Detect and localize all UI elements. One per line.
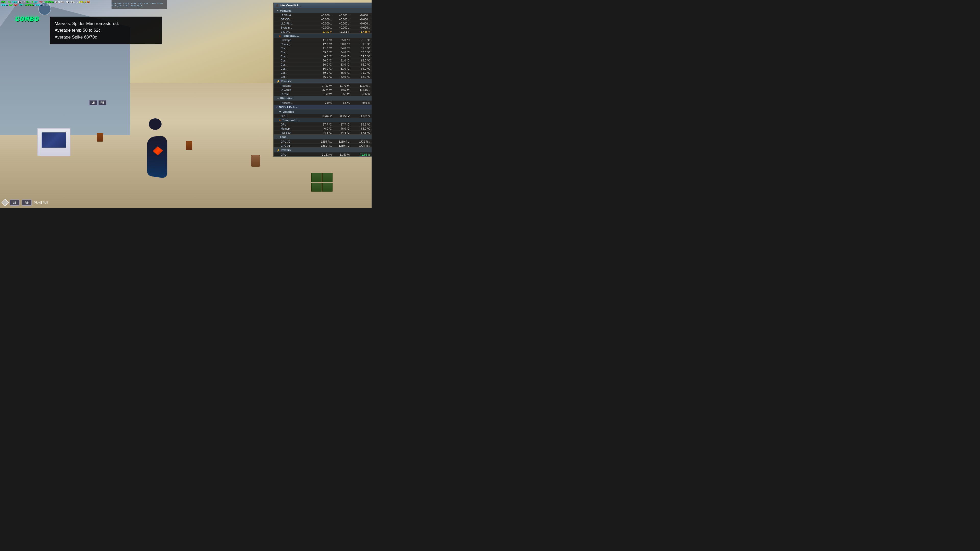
gpu-power-v1: 11.53 %: [314, 153, 332, 156]
flame-icon: 🌡: [279, 35, 281, 37]
spiderman-head: [149, 118, 162, 130]
vid-v3: 1.455 V: [350, 30, 370, 33]
lb-indicator: LB: [89, 100, 97, 105]
util-label: Utilization: [280, 97, 293, 100]
vid-label: VID (M...: [281, 30, 314, 33]
package-temp-row: Package 41.0 °C 35.0 °C 75.0 °C: [274, 38, 372, 42]
vid-v1: 1.439 V: [314, 30, 332, 33]
gpu0-fan-v1: 1255 R...: [314, 140, 332, 143]
core2-label: Cor...: [281, 51, 314, 54]
gpu-fans-header[interactable]: — Fans: [274, 135, 372, 139]
gt-offs-row: GT Offs... +0.000... +0.000... +0.000...: [274, 17, 372, 21]
system-v3: +0.000...: [350, 26, 370, 29]
ia-offset-row: IA Offset +0.000... +0.000... +0.000...: [274, 13, 372, 17]
gt-offs-label: GT Offs...: [281, 18, 314, 21]
gpu1-fan-v2: 1239 R...: [332, 144, 350, 147]
powers-header[interactable]: ⚡ Powers: [274, 79, 372, 83]
gt-offs-v3: +0.000...: [350, 18, 370, 21]
process-util-v2: 1.5 %: [332, 101, 350, 104]
gpu-temp-v2: 37.7 °C: [332, 123, 350, 126]
vid-v2: 1.081 V: [332, 30, 350, 33]
ia-cores-power-v1: 25.74 W: [314, 88, 332, 91]
core4-v2: 31.0 °C: [332, 59, 350, 62]
luggage-item: [186, 141, 192, 150]
nvidia-header[interactable]: ▼ NVIDIA GeFor...: [274, 105, 372, 110]
gpu1-fan-v3: 1734 R...: [350, 144, 370, 147]
gpu1-fan-v1: 1251 R...: [314, 144, 332, 147]
gpu-powers-label: Powers: [281, 148, 291, 151]
hotspot-temp-v1: 44.4 °C: [314, 131, 332, 134]
voltages-label: Voltages: [280, 9, 291, 12]
process-util-v3: 49.9 %: [350, 101, 370, 104]
package-power-v1: 27.97 W: [314, 84, 332, 87]
cores-temp-label: Cores (...: [281, 43, 314, 46]
crate: [322, 183, 332, 192]
info-line-3: Average Spike 68/70c: [55, 34, 157, 41]
gpu-powers-header[interactable]: ⚡ Powers: [274, 148, 372, 152]
ia-cores-power-v3: 116.15...: [350, 88, 370, 91]
process-util-label: Process...: [281, 101, 314, 104]
llc-ring-v3: +0.000...: [350, 22, 370, 25]
gpu0-fan-v3: 1732 R...: [350, 140, 370, 143]
nvidia-section: ▼ NVIDIA GeFor... ▼ Voltages GPU 0.762 V…: [274, 105, 372, 156]
hotspot-temp-row: Hot Spot 44.4 °C 44.4 °C 67.6 °C: [274, 130, 372, 135]
core4-v1: 36.0 °C: [314, 59, 332, 62]
nvidia-arrow: ▼: [275, 106, 278, 108]
info-line-2: Average temp 50 to 62c: [55, 27, 157, 34]
temps-header[interactable]: 🌡 Temperatu...: [274, 33, 372, 38]
crate-group: [311, 173, 342, 192]
core7-label: Cor...: [281, 71, 314, 74]
package-power-v3: 119.45...: [350, 84, 370, 87]
gpu0-fan-row: GPU #0 1255 R... 1239 R... 1732 R...: [274, 139, 372, 143]
powers-label: Powers: [281, 79, 291, 83]
ia-cores-power-v2: 9.57 W: [332, 88, 350, 91]
core1-v3: 72.0 °C: [350, 47, 370, 50]
core4-row: Cor... 36.0 °C 31.0 °C 69.0 °C: [274, 58, 372, 62]
core8-label: Cor...: [281, 75, 314, 78]
gpu-temp-label: GPU: [281, 123, 314, 126]
memory-temp-label: Memory: [281, 127, 314, 130]
util-header[interactable]: — Utilization: [274, 96, 372, 100]
gpu-temps-header[interactable]: 🌡 Temperatu...: [274, 118, 372, 122]
core2-row: Cor... 39.0 °C 34.0 °C 70.0 °C: [274, 50, 372, 54]
hw-title-text: Intel Core i9 9...: [280, 4, 301, 7]
lightning-icon: ⚡: [277, 80, 280, 83]
utilization-section: — Utilization Process... 7.0 % 1.5 % 49.…: [274, 96, 372, 105]
intel-temps-section: 🌡 Temperatu... Package 41.0 °C 35.0 °C 7…: [274, 33, 372, 79]
gpu-voltage-label: GPU: [281, 114, 314, 118]
gpu-power-v3: 72.65 %: [350, 153, 370, 156]
core6-label: Cor...: [281, 67, 314, 70]
core8-v2: 32.0 °C: [332, 75, 350, 78]
ia-offset-v3: +0.000...: [350, 14, 370, 17]
cores-temp-v1: 42.0 °C: [314, 43, 332, 46]
dram-power-label: DRAM: [281, 92, 314, 95]
core7-v3: 71.0 °C: [350, 71, 370, 74]
dram-power-row: DRAM 1.99 W 1.63 W 5.85 W: [274, 92, 372, 96]
util-arrow: —: [277, 97, 279, 100]
spiderman-character: [141, 126, 172, 177]
nvidia-title: NVIDIA GeFor...: [279, 106, 300, 109]
gpu-voltages-label: Voltages: [283, 110, 294, 113]
temps-label: Temperatu...: [282, 34, 299, 37]
gpu-temp-v3: 59.2 °C: [350, 123, 370, 126]
voltages-header[interactable]: ▼ Voltages: [274, 8, 372, 13]
gpu-voltages-header[interactable]: ▼ Voltages: [274, 110, 372, 114]
process-util-row: Process... 7.0 % 1.5 % 49.9 %: [274, 100, 372, 105]
ia-cores-power-label: IA Cores: [281, 88, 314, 91]
core1-v2: 34.0 °C: [332, 47, 350, 50]
ia-offset-v1: +0.000...: [314, 14, 332, 17]
core5-row: Cor... 36.0 °C 33.0 °C 66.0 °C: [274, 62, 372, 66]
core7-v1: 39.0 °C: [314, 71, 332, 74]
core4-v3: 69.0 °C: [350, 59, 370, 62]
core3-row: Cor... 40.0 °C 33.0 °C 72.0 °C: [274, 54, 372, 58]
spiderman-emblem: [153, 146, 163, 156]
core5-v1: 36.0 °C: [314, 63, 332, 66]
core6-row: Cor... 36.0 °C 31.0 °C 64.0 °C: [274, 66, 372, 70]
memory-temp-v2: 46.0 °C: [332, 127, 350, 130]
cores-temp-row: Cores (... 42.0 °C 36.0 °C 71.0 °C: [274, 42, 372, 46]
gpu-volt-arrow: ▼: [279, 110, 282, 113]
dram-power-v3: 5.85 W: [350, 92, 370, 95]
package-temp-label: Package: [281, 38, 314, 41]
gpu-temps-label: Temperatu...: [282, 119, 299, 122]
hotspot-temp-v3: 67.6 °C: [350, 131, 370, 134]
